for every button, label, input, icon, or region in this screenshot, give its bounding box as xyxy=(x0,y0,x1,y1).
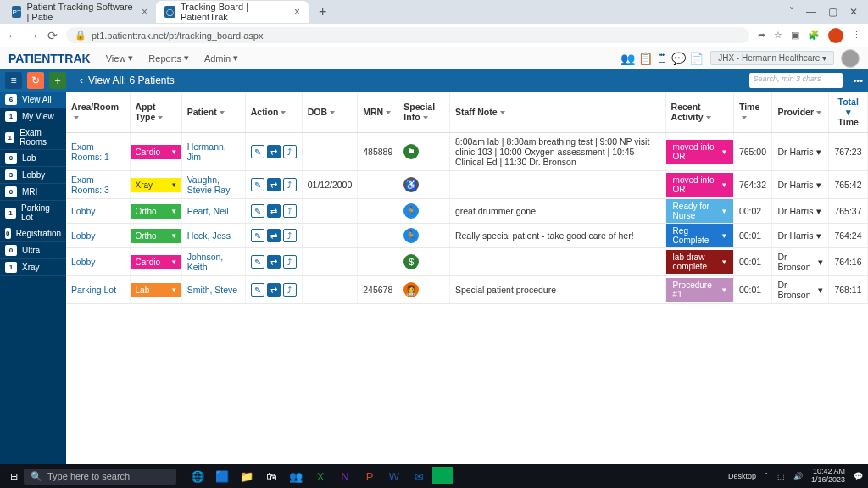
task-word-icon[interactable]: W xyxy=(383,467,405,485)
task-excel-icon[interactable]: X xyxy=(309,467,331,485)
edit-icon[interactable]: ✎ xyxy=(251,178,264,191)
reload-icon[interactable]: ⟳ xyxy=(47,29,58,42)
edit-icon[interactable]: ✎ xyxy=(251,229,264,242)
edit-icon[interactable]: ✎ xyxy=(251,255,264,269)
move-icon[interactable]: ⇄ xyxy=(267,145,281,158)
appt-type-tag[interactable]: Xray▾ xyxy=(131,178,181,192)
menu-reports[interactable]: Reports▾ xyxy=(148,53,189,64)
facility-selector[interactable]: JHX - Hermann Healthcare ▾ xyxy=(710,51,834,65)
appt-type-tag[interactable]: Ortho▾ xyxy=(131,229,181,243)
column-header[interactable]: Recent Activity xyxy=(665,92,733,133)
edit-icon[interactable]: ✎ xyxy=(251,145,264,158)
recent-activity-tag[interactable]: Procedure #1▾ xyxy=(666,278,733,302)
tray-wifi-icon[interactable]: ⬚ xyxy=(777,472,785,480)
minimize-icon[interactable]: — xyxy=(806,6,816,18)
add-patient-button[interactable]: ＋ xyxy=(49,72,66,89)
recent-activity-tag[interactable]: Ready for Nurse▾ xyxy=(666,199,733,223)
clipboard-icon[interactable]: 📋 xyxy=(638,52,653,65)
column-header[interactable]: DOB xyxy=(302,92,358,133)
column-header[interactable]: Patient xyxy=(181,92,245,133)
list-icon[interactable]: 🗒 xyxy=(656,52,668,65)
task-powerpoint-icon[interactable]: P xyxy=(359,467,381,485)
desktop-label[interactable]: Desktop xyxy=(728,472,756,480)
provider-cell[interactable]: Dr Harris▾ xyxy=(772,171,829,199)
profile-avatar-icon[interactable] xyxy=(828,28,843,43)
new-tab-button[interactable]: + xyxy=(314,4,331,19)
sidebar-item-registration[interactable]: 0Registration xyxy=(0,225,66,242)
column-header[interactable]: Staff Note xyxy=(449,92,665,133)
chevron-left-icon[interactable]: ‹ xyxy=(80,75,83,86)
forward-icon[interactable]: → xyxy=(27,29,39,42)
area-cell[interactable]: Lobby xyxy=(66,248,130,276)
move-icon[interactable]: ⇄ xyxy=(267,283,281,297)
task-edge-icon[interactable]: 🟦 xyxy=(211,467,233,485)
recent-activity-tag[interactable]: lab draw complete▾ xyxy=(666,250,733,274)
sidebar-item-view-all[interactable]: 6View All xyxy=(0,92,66,108)
recent-activity-tag[interactable]: moved into OR▾ xyxy=(666,140,733,164)
task-outlook-icon[interactable]: ✉ xyxy=(408,467,430,485)
sidebar-item-parking-lot[interactable]: 1Parking Lot xyxy=(0,201,66,225)
task-explorer-icon[interactable]: 📁 xyxy=(236,467,258,485)
column-header[interactable]: MRN xyxy=(358,92,398,133)
column-header[interactable]: Time xyxy=(733,92,772,133)
maximize-icon[interactable]: ▢ xyxy=(828,6,837,18)
provider-cell[interactable]: Dr Harris▾ xyxy=(772,133,829,171)
discharge-icon[interactable]: ⤴ xyxy=(283,178,297,191)
close-window-icon[interactable]: ✕ xyxy=(849,6,858,18)
menu-admin[interactable]: Admin▾ xyxy=(204,53,238,64)
patient-name-cell[interactable]: Smith, Steve xyxy=(181,276,245,304)
chevron-down-icon[interactable]: ˅ xyxy=(789,6,794,18)
discharge-icon[interactable]: ⤴ xyxy=(283,283,297,297)
appt-type-tag[interactable]: Cardio▾ xyxy=(131,145,181,159)
share-icon[interactable]: ➦ xyxy=(758,30,765,41)
start-button[interactable]: ⊞ xyxy=(5,468,22,485)
sidebar-item-lab[interactable]: 0Lab xyxy=(0,150,66,167)
area-cell[interactable]: Exam Rooms: 3 xyxy=(66,171,130,199)
provider-cell[interactable]: Dr Bronson▾ xyxy=(772,248,829,276)
appt-type-tag[interactable]: Ortho▾ xyxy=(131,204,181,219)
refresh-button[interactable]: ↻ xyxy=(27,72,44,89)
move-icon[interactable]: ⇄ xyxy=(267,204,281,218)
tray-volume-icon[interactable]: 🔊 xyxy=(793,472,803,480)
edit-icon[interactable]: ✎ xyxy=(251,204,264,218)
provider-cell[interactable]: Dr Harris▾ xyxy=(772,199,829,224)
close-icon[interactable]: × xyxy=(142,6,147,18)
column-header[interactable]: Action xyxy=(245,92,302,133)
more-options-button[interactable]: ••• xyxy=(853,75,863,86)
discharge-icon[interactable]: ⤴ xyxy=(283,145,297,158)
column-header[interactable]: Special Info xyxy=(398,92,450,133)
column-header[interactable]: Area/Room xyxy=(66,92,130,133)
sidebar-item-ultra[interactable]: 0Ultra xyxy=(0,242,66,259)
move-icon[interactable]: ⇄ xyxy=(267,178,281,191)
app-logo[interactable]: PATIENTTRAK xyxy=(8,52,91,65)
discharge-icon[interactable]: ⤴ xyxy=(283,255,297,269)
sidebar-item-exam-rooms[interactable]: 1Exam Rooms xyxy=(0,125,66,150)
puzzle-icon[interactable]: 🧩 xyxy=(808,30,820,41)
patient-name-cell[interactable]: Peart, Neil xyxy=(181,199,245,224)
column-header[interactable]: Provider xyxy=(772,92,829,133)
patient-name-cell[interactable]: Vaughn, Stevie Ray xyxy=(181,171,245,199)
move-icon[interactable]: ⇄ xyxy=(267,255,281,269)
document-icon[interactable]: 📄 xyxy=(689,52,704,65)
area-cell[interactable]: Exam Rooms: 1 xyxy=(66,133,130,171)
appt-type-tag[interactable]: Cardio▾ xyxy=(131,255,181,269)
area-cell[interactable]: Lobby xyxy=(66,224,130,248)
tray-clock[interactable]: 10:42 AM 1/16/2023 xyxy=(811,468,845,485)
menu-view[interactable]: View▾ xyxy=(106,53,134,64)
people-icon[interactable]: 👥 xyxy=(620,52,635,65)
task-teams-icon[interactable]: 👥 xyxy=(285,467,307,485)
star-icon[interactable]: ☆ xyxy=(774,30,782,41)
task-onenote-icon[interactable]: N xyxy=(334,467,356,485)
task-chrome-icon[interactable]: 🌐 xyxy=(186,467,209,485)
patient-name-cell[interactable]: Hermann, Jim xyxy=(181,133,245,171)
discharge-icon[interactable]: ⤴ xyxy=(283,204,297,218)
tray-notifications-icon[interactable]: 💬 xyxy=(854,472,863,480)
close-icon[interactable]: × xyxy=(294,6,300,18)
column-header[interactable]: Total ▾Time xyxy=(829,92,868,133)
browser-tab[interactable]: PT Patient Tracking Software | Patie × xyxy=(3,1,156,23)
kebab-icon[interactable]: ⋮ xyxy=(852,30,861,41)
patient-name-cell[interactable]: Heck, Jess xyxy=(181,224,245,248)
column-header[interactable]: Appt Type xyxy=(130,92,181,133)
cast-icon[interactable]: ▣ xyxy=(791,30,799,41)
task-app-icon[interactable] xyxy=(432,467,453,484)
